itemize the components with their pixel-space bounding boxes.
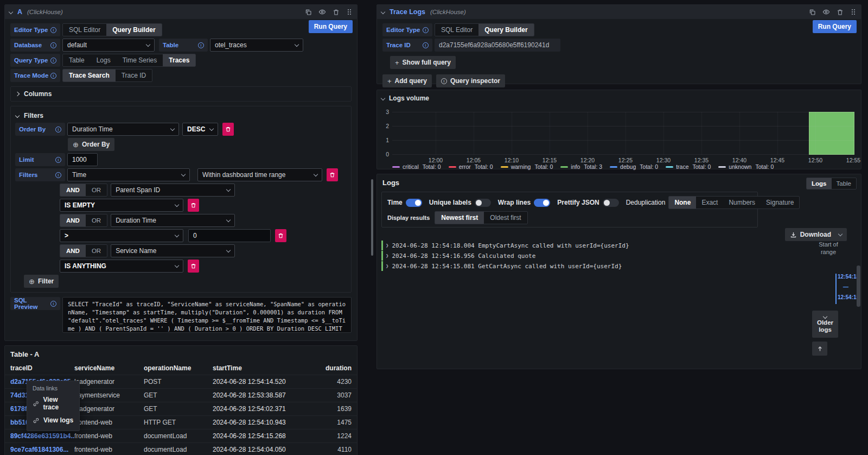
drag-handle-icon[interactable]	[850, 9, 857, 15]
filters-section-header[interactable]: Filters	[15, 109, 347, 123]
info-icon[interactable]: i	[423, 27, 429, 33]
older-logs-button[interactable]: Older logs	[812, 311, 838, 338]
option-logs[interactable]: Logs	[91, 54, 117, 66]
log-line[interactable]: ❯2024-06-28 12:54:15.081 GetCartAsync ca…	[381, 261, 801, 271]
trash-icon[interactable]	[837, 9, 844, 16]
legend-item-trace[interactable]: traceTotal: 0	[666, 163, 711, 170]
expand-chevron-icon[interactable]: ❯	[386, 263, 388, 269]
remove-filter-button[interactable]	[327, 168, 338, 181]
col-duration[interactable]: duration	[312, 364, 352, 372]
log-line[interactable]: ❯2024-06-28 12:54:18.004 EmptyCartAsync …	[381, 241, 801, 250]
legend-item-error[interactable]: errorTotal: 0	[449, 163, 493, 170]
filter-time-value-select[interactable]: Within dashboard time range	[197, 168, 322, 181]
legend-item-info[interactable]: infoTotal: 3	[560, 163, 602, 170]
remove-filter-button[interactable]	[188, 260, 199, 273]
add-filter-button[interactable]: ⊕ Filter	[24, 275, 59, 288]
legend-item-critical[interactable]: criticalTotal: 0	[392, 163, 441, 170]
option-traces[interactable]: Traces	[163, 54, 195, 66]
legend-item-unknown[interactable]: unknownTotal: 0	[718, 163, 774, 170]
option-and[interactable]: AND	[60, 184, 86, 196]
option-trace-id[interactable]: Trace ID	[116, 69, 152, 81]
database-select[interactable]: default	[62, 39, 155, 52]
option-query-builder[interactable]: Query Builder	[106, 24, 161, 36]
unique-labels-toggle[interactable]	[475, 199, 491, 207]
trace-id-link[interactable]: 9ce7caf61841306...	[10, 446, 74, 453]
order-by-direction-select[interactable]: DESC	[182, 123, 218, 136]
expand-chevron-icon[interactable]: ❯	[386, 243, 388, 248]
legend-item-warning[interactable]: warningTotal: 0	[501, 163, 553, 170]
col-starttime[interactable]: startTime	[213, 364, 312, 372]
remove-order-by-button[interactable]	[222, 123, 234, 136]
scroll-to-top-button[interactable]	[812, 342, 827, 356]
table-select[interactable]: otel_traces	[210, 39, 303, 52]
filter-duration-field-select[interactable]: Duration Time	[111, 214, 235, 227]
remove-filter-button[interactable]	[188, 199, 199, 212]
option-table-view[interactable]: Table	[832, 178, 857, 189]
option-newest-first[interactable]: Newest first	[435, 212, 484, 224]
add-query-button[interactable]: + Add query	[10, 340, 60, 341]
query-ref-trace-logs[interactable]: Trace Logs	[390, 8, 425, 16]
trace-id-link[interactable]: 89cf4286e631591b4...	[10, 432, 74, 440]
col-operationname[interactable]: operationName	[144, 364, 213, 372]
info-icon[interactable]: i	[50, 73, 56, 79]
trace-id-input[interactable]	[435, 39, 560, 52]
prettify-json-toggle[interactable]	[603, 199, 619, 207]
info-icon[interactable]: i	[55, 127, 61, 132]
limit-input[interactable]	[67, 153, 98, 166]
wrap-lines-toggle[interactable]	[534, 199, 550, 207]
option-sql-editor[interactable]: SQL Editor	[435, 24, 478, 36]
info-icon[interactable]: i	[50, 27, 56, 33]
option-none[interactable]: None	[669, 197, 696, 208]
filter-time-field-select[interactable]: Time	[67, 168, 190, 181]
run-query-button[interactable]: Run Query	[309, 20, 353, 33]
option-query-builder[interactable]: Query Builder	[478, 24, 533, 36]
service-operator-select[interactable]: IS ANYTHING	[60, 260, 183, 273]
info-icon[interactable]: i	[50, 58, 56, 64]
option-oldest-first[interactable]: Oldest first	[484, 212, 527, 224]
option-exact[interactable]: Exact	[696, 197, 723, 208]
time-toggle[interactable]	[406, 199, 422, 207]
view-logs-menu-item[interactable]: View logs	[33, 416, 74, 424]
option-or[interactable]: OR	[86, 245, 107, 257]
logs-scrollbar[interactable]	[857, 266, 860, 307]
order-by-field-select[interactable]: Duration Time	[67, 123, 179, 136]
logs-volume-header[interactable]: Logs volume	[377, 90, 861, 102]
view-trace-menu-item[interactable]: View trace	[33, 396, 74, 411]
option-time-series[interactable]: Time Series	[117, 54, 163, 66]
option-sql-editor[interactable]: SQL Editor	[63, 24, 106, 36]
drag-handle-icon[interactable]	[346, 9, 353, 15]
eye-icon[interactable]	[822, 8, 830, 16]
info-icon[interactable]: i	[423, 42, 429, 48]
option-trace-search[interactable]: Trace Search	[63, 69, 116, 81]
query-inspector-button[interactable]: i Query inspector	[436, 74, 505, 87]
filter-parent-span-field-select[interactable]: Parent Span ID	[111, 184, 235, 197]
copy-icon[interactable]	[809, 9, 816, 16]
filter-service-field-select[interactable]: Service Name	[111, 244, 235, 257]
duration-value-input[interactable]	[188, 229, 271, 242]
eye-icon[interactable]	[318, 8, 326, 16]
add-order-by-button[interactable]: ⊕ Order By	[68, 138, 114, 151]
chevron-down-icon[interactable]	[381, 10, 385, 14]
show-full-query-button[interactable]: + Show full query	[390, 56, 456, 69]
option-and[interactable]: AND	[60, 245, 86, 257]
info-icon[interactable]: i	[50, 301, 56, 307]
chevron-down-icon[interactable]	[9, 10, 13, 14]
option-or[interactable]: OR	[86, 184, 107, 196]
trash-icon[interactable]	[333, 9, 340, 16]
query-ref-a[interactable]: A	[17, 8, 22, 16]
option-numbers[interactable]: Numbers	[723, 197, 761, 208]
edit-pane-scrollbar[interactable]	[371, 179, 373, 256]
add-query-button[interactable]: + Add query	[382, 74, 432, 87]
run-query-button[interactable]: Run Query	[813, 20, 857, 33]
parent-span-operator-select[interactable]: IS EMPTY	[60, 199, 183, 212]
info-icon[interactable]: i	[198, 42, 204, 48]
col-servicename[interactable]: serviceName	[74, 364, 144, 372]
copy-icon[interactable]	[305, 9, 312, 16]
option-or[interactable]: OR	[86, 214, 107, 226]
columns-section-header[interactable]: Columns	[11, 87, 351, 101]
log-line[interactable]: ❯2024-06-28 12:54:16.956 Calculated quot…	[381, 251, 801, 261]
option-logs-view[interactable]: Logs	[807, 178, 831, 189]
col-traceid[interactable]: traceID	[10, 364, 74, 372]
duration-operator-select[interactable]: >	[60, 229, 183, 242]
download-button[interactable]: Download	[785, 228, 847, 241]
